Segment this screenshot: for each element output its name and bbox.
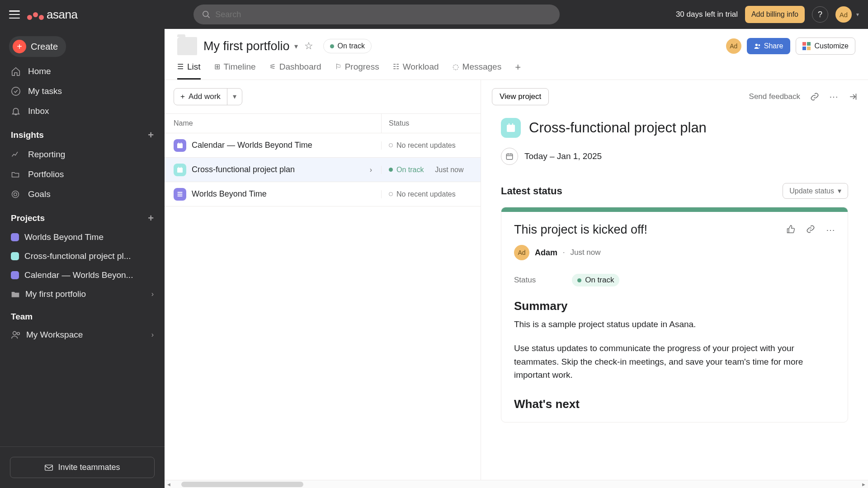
author-avatar[interactable]: Ad [514, 245, 529, 260]
trial-text: 30 days left in trial [676, 10, 738, 19]
svg-point-5 [13, 332, 16, 335]
svg-rect-13 [177, 168, 183, 173]
plus-icon: + [13, 40, 26, 53]
tab-dashboard[interactable]: ⚟Dashboard [269, 62, 321, 80]
share-button[interactable]: Share [747, 38, 791, 54]
nav-reporting[interactable]: Reporting [0, 145, 165, 164]
search-icon [202, 10, 211, 19]
add-insight-button[interactable]: + [148, 129, 154, 141]
customize-button[interactable]: Customize [796, 38, 855, 55]
status-card-title[interactable]: This project is kicked off! [514, 223, 786, 237]
svg-point-2 [12, 87, 20, 95]
latest-status-header: Latest status [501, 185, 562, 197]
chevron-right-icon: › [370, 166, 372, 174]
whats-next-header: What's next [514, 397, 835, 411]
svg-point-8 [755, 44, 757, 46]
status-dot-icon [330, 44, 334, 48]
portfolio-menu-caret[interactable]: ▾ [294, 42, 298, 51]
add-tab-button[interactable]: + [515, 61, 521, 80]
sidebar-project-2[interactable]: Calendar — Worlds Beyon... [0, 266, 165, 285]
svg-rect-21 [512, 123, 513, 126]
close-panel-icon[interactable] [848, 92, 857, 101]
workload-icon: ☷ [393, 62, 399, 71]
star-button[interactable]: ☆ [304, 40, 313, 52]
search-input[interactable] [215, 10, 552, 19]
nav-mytasks[interactable]: My tasks [0, 81, 165, 101]
summary-text-2: Use status updates to communicate the pr… [514, 342, 835, 381]
search-bar[interactable] [193, 5, 560, 24]
folder-icon [11, 170, 22, 179]
chart-icon [11, 150, 22, 159]
project-row-0[interactable]: Calendar — Worlds Beyond Time No recent … [165, 133, 481, 158]
tab-workload[interactable]: ☷Workload [393, 62, 439, 80]
nav-goals[interactable]: Goals [0, 184, 165, 204]
team-icon [11, 330, 21, 340]
update-status-button[interactable]: Update status▾ [783, 183, 848, 199]
list-icon: ☰ [177, 62, 184, 71]
project-icon [174, 164, 186, 176]
tab-messages[interactable]: ◌Messages [453, 62, 502, 80]
message-icon: ◌ [453, 62, 459, 71]
svg-rect-15 [181, 167, 181, 168]
nav-home[interactable]: Home [0, 61, 165, 81]
svg-rect-18 [178, 195, 183, 196]
bell-icon [11, 106, 22, 116]
tab-timeline[interactable]: ⊞Timeline [214, 62, 256, 80]
status-dot-icon [389, 168, 393, 172]
author-name[interactable]: Adam [535, 248, 557, 258]
team-header: Team [11, 312, 33, 322]
folder-icon [11, 290, 20, 298]
svg-rect-19 [507, 125, 515, 132]
project-row-2[interactable]: Worlds Beyond Time No recent updates [165, 182, 481, 206]
portfolio-status-pill[interactable]: On track [323, 39, 372, 53]
logo[interactable]: asana [27, 8, 77, 22]
svg-point-3 [12, 191, 19, 198]
like-icon[interactable] [786, 225, 795, 235]
nav-inbox[interactable]: Inbox [0, 101, 165, 121]
svg-point-4 [14, 193, 17, 196]
column-status-header[interactable]: Status [381, 114, 481, 133]
date-range[interactable]: Today – Jan 1, 2025 [524, 151, 602, 161]
progress-icon: ⚐ [335, 62, 341, 71]
profile-caret-icon[interactable]: ▾ [856, 11, 859, 18]
svg-rect-12 [181, 142, 181, 144]
sidebar-project-3[interactable]: My first portfolio› [0, 285, 165, 304]
column-name-header[interactable]: Name [165, 114, 381, 133]
add-work-button[interactable]: +Add work ▾ [174, 88, 242, 105]
detail-title[interactable]: Cross-functional project plan [529, 120, 707, 136]
tab-list[interactable]: ☰List [177, 62, 201, 80]
svg-point-0 [203, 11, 208, 17]
sidebar-team-workspace[interactable]: My Workspace› [0, 325, 165, 344]
nav-portfolios[interactable]: Portfolios [0, 164, 165, 184]
add-work-dropdown[interactable]: ▾ [227, 89, 242, 105]
chevron-right-icon: › [151, 290, 154, 298]
svg-rect-17 [178, 193, 183, 194]
chevron-down-icon: ▾ [838, 187, 841, 195]
svg-rect-7 [45, 465, 53, 470]
send-feedback-link[interactable]: Send feedback [749, 92, 800, 101]
add-billing-button[interactable]: Add billing info [745, 6, 805, 23]
portfolio-title[interactable]: My first portfolio [203, 39, 290, 53]
tab-progress[interactable]: ⚐Progress [335, 62, 379, 80]
more-icon[interactable]: ⋯ [829, 91, 838, 102]
svg-line-1 [208, 16, 209, 18]
sidebar-project-0[interactable]: Worlds Beyond Time [0, 228, 165, 247]
project-row-1[interactable]: Cross-functional project plan › On track… [165, 158, 481, 182]
view-project-button[interactable]: View project [492, 88, 549, 105]
sidebar-project-1[interactable]: Cross-functional project pl... [0, 247, 165, 266]
portfolio-icon [177, 37, 197, 55]
add-project-button[interactable]: + [148, 212, 154, 224]
create-button[interactable]: + Create [9, 36, 66, 57]
invite-teammates-button[interactable]: Invite teammates [10, 457, 155, 478]
svg-rect-14 [179, 167, 179, 168]
copy-link-icon[interactable] [810, 92, 819, 101]
more-icon[interactable]: ⋯ [826, 225, 835, 235]
status-dot-icon [389, 143, 393, 147]
help-button[interactable]: ? [812, 6, 828, 23]
member-avatar[interactable]: Ad [726, 38, 741, 54]
menu-toggle[interactable] [9, 10, 20, 19]
calendar-icon[interactable] [501, 148, 518, 165]
copy-link-icon[interactable] [806, 225, 815, 235]
profile-avatar[interactable]: Ad [835, 6, 852, 23]
summary-header: Summary [514, 299, 835, 313]
